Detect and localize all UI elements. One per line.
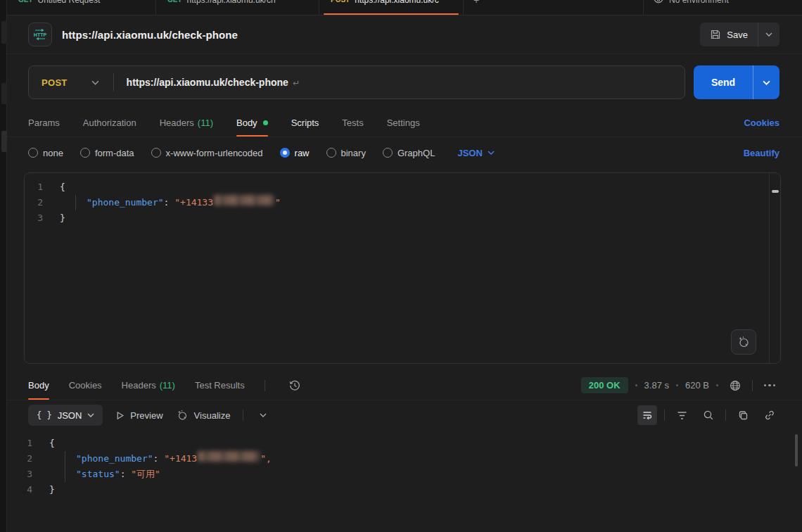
response-format-dropdown[interactable]: { } JSON (28, 405, 103, 426)
response-tab-headers[interactable]: Headers(11) (122, 371, 175, 400)
chevron-down-icon (87, 413, 94, 417)
open-tab-2[interactable]: GEThttps://api.xiaomu.uk/ch (156, 0, 319, 15)
json-value: "+1413 (164, 451, 197, 467)
tab-body[interactable]: Body (236, 109, 268, 137)
visualize-button[interactable]: Visualize (176, 409, 231, 422)
radio-icon (151, 148, 161, 158)
tab-scripts[interactable]: Scripts (291, 109, 319, 137)
search-icon (703, 410, 714, 421)
preview-button[interactable]: Preview (115, 410, 163, 421)
send-button-group: Send (694, 65, 779, 99)
response-headers-count: (11) (160, 380, 175, 391)
tab-params[interactable]: Params (28, 109, 60, 137)
radio-icon (80, 148, 90, 158)
history-clock-icon (288, 379, 301, 392)
radio-binary[interactable]: binary (326, 148, 366, 158)
link-button[interactable] (760, 405, 779, 425)
status-badge[interactable]: 200 OK (581, 377, 628, 393)
json-key: "phone_number" (87, 195, 164, 210)
dot-separator (716, 384, 718, 386)
response-tab-cookies[interactable]: Cookies (69, 371, 102, 400)
response-more-actions-button[interactable] (760, 376, 779, 395)
environment-selector[interactable]: No environment (643, 0, 802, 15)
response-history-button[interactable] (285, 376, 305, 395)
line-number: 3 (25, 210, 60, 226)
scrollbar-thumb[interactable] (772, 190, 779, 193)
postbot-button[interactable] (731, 329, 756, 355)
tab-title: Untitled Request (38, 0, 101, 8)
new-tab-button[interactable]: + (464, 0, 489, 15)
response-tab-body[interactable]: Body (28, 371, 49, 400)
network-info-button[interactable] (725, 376, 745, 395)
visualize-options-button[interactable] (256, 405, 270, 425)
search-button[interactable] (699, 405, 718, 425)
send-button[interactable]: Send (694, 65, 753, 99)
chevron-down-icon (260, 413, 267, 417)
response-tab-test-results[interactable]: Test Results (195, 371, 245, 400)
copy-icon (738, 410, 749, 421)
tab-method: POST (331, 0, 350, 8)
tab-method: GET (167, 0, 182, 8)
tab-headers[interactable]: Headers(11) (160, 109, 213, 137)
wrap-text-button[interactable] (637, 405, 657, 425)
indent-guide (65, 451, 65, 482)
divider (243, 410, 243, 421)
tab-tests[interactable]: Tests (342, 109, 363, 137)
radio-x-www-form-urlencoded[interactable]: x-www-form-urlencoded (151, 148, 263, 158)
radio-icon (28, 148, 38, 158)
save-options-button[interactable] (758, 23, 779, 46)
url-input[interactable]: https://api.xiaomu.uk/check-phone↵ (114, 77, 300, 88)
chevron-down-icon (763, 80, 770, 85)
radio-icon (326, 148, 336, 158)
radio-none[interactable]: none (28, 148, 63, 158)
tab-title: https://api.xiaomu.uk/c (355, 0, 438, 8)
open-tab-1[interactable]: GETUntitled Request (7, 0, 156, 15)
send-options-button[interactable] (753, 65, 779, 99)
filter-button[interactable] (672, 405, 692, 425)
tab-title: https://api.xiaomu.uk/ch (187, 0, 276, 8)
sidebar-sliver-block (1, 83, 7, 104)
response-size[interactable]: 620 B (685, 380, 709, 391)
tab-settings[interactable]: Settings (387, 109, 420, 137)
body-type-row: none form-data x-www-form-urlencoded raw… (7, 137, 802, 168)
cookies-link[interactable]: Cookies (744, 118, 779, 128)
radio-selected-icon (280, 148, 290, 158)
link-icon (764, 410, 775, 421)
response-time[interactable]: 3.87 s (644, 380, 669, 391)
line-number: 1 (7, 436, 49, 451)
wrap-text-icon (642, 410, 653, 421)
radio-form-data[interactable]: form-data (80, 148, 134, 158)
request-header: HTTP https://api.xiaomu.uk/check-phone S… (7, 15, 802, 54)
line-number: 2 (7, 451, 49, 467)
postbot-sparkle-icon (737, 335, 751, 349)
copy-button[interactable] (733, 405, 753, 425)
save-floppy-icon (710, 29, 721, 40)
divider (664, 410, 665, 421)
scrollbar-thumb[interactable] (795, 434, 798, 467)
radio-raw-selected[interactable]: raw (280, 148, 310, 158)
open-tab-3-active[interactable]: POSThttps://api.xiaomu.uk/c (319, 0, 464, 15)
response-header: Body Cookies Headers(11) Test Results (7, 371, 802, 400)
json-key: "status" (76, 467, 120, 482)
line-number: 4 (7, 482, 49, 498)
save-button[interactable]: Save (700, 23, 758, 46)
divider (752, 380, 753, 391)
sidebar-sliver (0, 0, 7, 532)
method-dropdown[interactable]: POST (29, 66, 113, 99)
beautify-link[interactable]: Beautify (744, 148, 779, 158)
method-label: POST (42, 77, 68, 88)
radio-icon (383, 148, 393, 158)
dot-separator (676, 384, 678, 386)
tab-method: GET (18, 0, 33, 8)
chevron-down-icon (91, 80, 99, 85)
editor-scrollbar[interactable] (769, 173, 780, 363)
radio-graphql[interactable]: GraphQL (383, 148, 435, 158)
line-number: 1 (25, 179, 60, 195)
raw-format-dropdown[interactable]: JSON (457, 148, 494, 158)
save-button-group: Save (700, 23, 779, 46)
request-body-editor[interactable]: 1{ 2"phone_number": "+14133" 3} (24, 172, 781, 364)
app-window: GETUntitled Request GEThttps://api.xiaom… (0, 0, 802, 532)
response-body-editor[interactable]: 1{ 2"phone_number": "+1413", 3"status": … (7, 430, 802, 532)
tab-authorization[interactable]: Authorization (83, 109, 136, 137)
sidebar-sliver-block (1, 21, 7, 44)
